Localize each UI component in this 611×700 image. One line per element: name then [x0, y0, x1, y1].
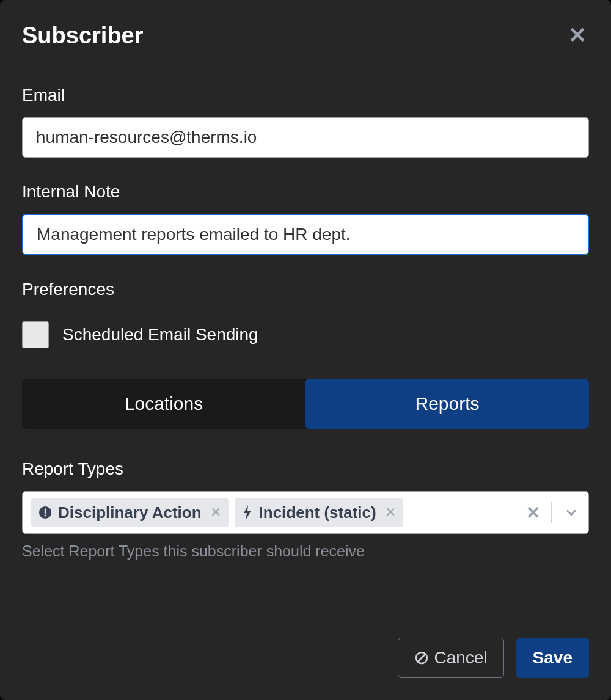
- report-types-label: Report Types: [22, 459, 589, 479]
- save-label: Save: [533, 648, 573, 668]
- modal-footer: Cancel Save: [398, 638, 589, 678]
- preferences-section: Preferences Scheduled Email Sending: [22, 280, 589, 348]
- tag-label: Incident (static): [259, 503, 376, 522]
- preferences-label: Preferences: [22, 280, 589, 299]
- svg-line-4: [418, 654, 425, 662]
- scheduled-email-row: Scheduled Email Sending: [22, 321, 589, 348]
- tag-remove-icon[interactable]: ✕: [210, 505, 221, 520]
- close-icon: ✕: [568, 23, 587, 48]
- report-types-select[interactable]: Disciplinary Action ✕ Incident (static) …: [22, 491, 589, 534]
- modal-header: Subscriber ✕: [22, 22, 589, 49]
- report-types-section: Report Types Disciplinary Action ✕ Incid…: [22, 459, 589, 560]
- report-types-helper: Select Report Types this subscriber shou…: [22, 542, 589, 560]
- chevron-down-icon[interactable]: [563, 504, 580, 521]
- tag-label: Disciplinary Action: [58, 503, 202, 522]
- scheduled-email-label: Scheduled Email Sending: [62, 325, 258, 345]
- scheduled-email-checkbox[interactable]: [22, 321, 49, 348]
- internal-note-label: Internal Note: [22, 182, 589, 202]
- tab-reports[interactable]: Reports: [306, 379, 589, 429]
- save-button[interactable]: Save: [516, 638, 589, 678]
- tabs: Locations Reports: [22, 379, 589, 429]
- clear-all-icon[interactable]: ✕: [526, 503, 540, 523]
- bolt-icon: [242, 505, 253, 520]
- exclamation-icon: [38, 506, 52, 519]
- svg-point-2: [45, 515, 46, 517]
- tag-incident-static: Incident (static) ✕: [235, 498, 403, 527]
- cancel-label: Cancel: [434, 648, 487, 668]
- svg-rect-1: [45, 509, 46, 514]
- tag-remove-icon[interactable]: ✕: [385, 505, 396, 520]
- divider: [551, 502, 552, 523]
- email-group: Email: [22, 86, 589, 158]
- cancel-icon: [414, 651, 429, 665]
- email-input[interactable]: [22, 117, 589, 158]
- cancel-button[interactable]: Cancel: [398, 638, 503, 678]
- tag-disciplinary-action: Disciplinary Action ✕: [31, 498, 229, 527]
- internal-note-group: Internal Note: [22, 182, 589, 255]
- subscriber-modal: Subscriber ✕ Email Internal Note Prefere…: [0, 0, 611, 700]
- tab-locations[interactable]: Locations: [22, 379, 306, 429]
- internal-note-input[interactable]: [22, 214, 589, 255]
- modal-title: Subscriber: [22, 23, 144, 49]
- close-button[interactable]: ✕: [566, 22, 589, 49]
- email-label: Email: [22, 86, 589, 105]
- multiselect-controls: ✕: [526, 502, 580, 523]
